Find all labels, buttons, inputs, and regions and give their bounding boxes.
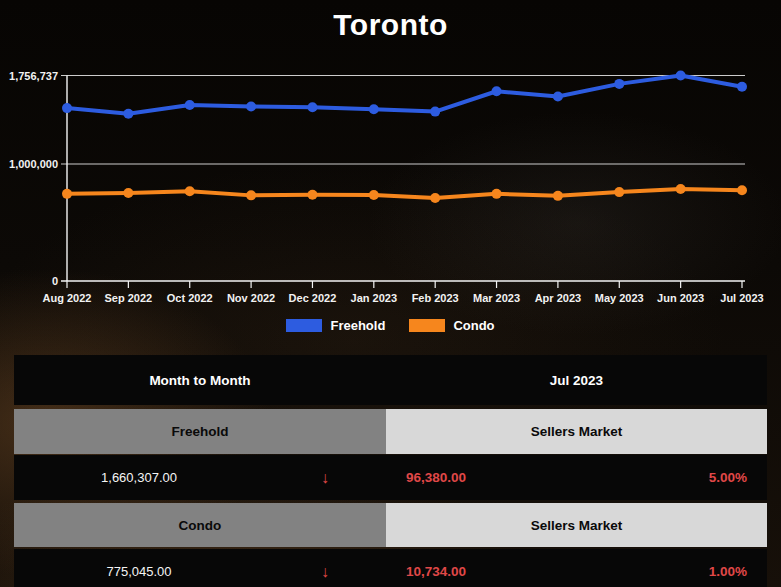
price-trend-chart: 1,756,7371,000,0000Aug 2022Sep 2022Oct 2… [0,0,781,312]
x-axis-tick-label: Dec 2022 [289,292,337,304]
condo-data-point [614,187,624,197]
freehold-change-amount: 96,380.00 [386,470,556,485]
header-current-month: Jul 2023 [386,355,767,405]
freehold-data-point [676,71,686,81]
x-axis-tick-label: Apr 2023 [535,292,581,304]
freehold-label: Freehold [14,409,386,454]
freehold-data-point [123,109,133,119]
freehold-swatch-icon [286,319,322,332]
condo-data-point [123,188,133,198]
header-month-to-month: Month to Month [14,355,386,405]
y-axis-tick-label: 1,756,737 [9,70,58,82]
condo-price: 775,045.00 [14,564,264,579]
x-axis-tick-label: Oct 2022 [167,292,213,304]
legend-label-condo: Condo [453,318,494,333]
condo-label-row: Condo Sellers Market [14,503,767,547]
condo-data-point [676,184,686,194]
x-axis-tick-label: Feb 2023 [412,292,459,304]
table-header-row: Month to Month Jul 2023 [14,355,767,405]
x-axis-tick-label: Jul 2023 [720,292,763,304]
condo-data-point [430,193,440,203]
freehold-data-point [614,79,624,89]
summary-table: Month to Month Jul 2023 Freehold Sellers… [14,355,767,587]
freehold-data-point [492,86,502,96]
condo-label: Condo [14,503,386,547]
report-page: Toronto 1,756,7371,000,0000Aug 2022Sep 2… [0,0,781,587]
condo-data-point [553,191,563,201]
freehold-data-point [553,92,563,102]
chart-legend: Freehold Condo [0,314,781,336]
freehold-change-percent: 5.00% [556,470,767,485]
x-axis-tick-label: Jan 2023 [351,292,397,304]
condo-data-point [307,190,317,200]
freehold-price: 1,660,307.00 [14,470,264,485]
x-axis-tick-label: Nov 2022 [227,292,275,304]
x-axis-tick-label: May 2023 [595,292,644,304]
freehold-data-point [737,82,747,92]
condo-data-point [737,185,747,195]
y-axis-tick-label: 1,000,000 [9,158,58,170]
freehold-down-arrow-icon: ↓ [264,470,386,486]
condo-change-amount: 10,734.00 [386,564,556,579]
condo-data-point [369,190,379,200]
legend-label-freehold: Freehold [330,318,385,333]
legend-item-freehold[interactable]: Freehold [286,318,385,333]
y-axis-tick-label: 0 [52,275,58,287]
condo-swatch-icon [409,319,445,332]
x-axis-tick-label: Mar 2023 [473,292,520,304]
condo-data-point [492,189,502,199]
freehold-values-row: 1,660,307.00 ↓ 96,380.00 5.00% [14,455,767,500]
x-axis-tick-label: Sep 2022 [105,292,153,304]
freehold-data-point [62,103,72,113]
legend-item-condo[interactable]: Condo [409,318,494,333]
condo-data-point [185,186,195,196]
condo-market-status: Sellers Market [386,503,767,547]
freehold-data-point [430,107,440,117]
freehold-line [67,76,742,114]
condo-change-percent: 1.00% [556,564,767,579]
condo-values-row: 775,045.00 ↓ 10,734.00 1.00% [14,549,767,587]
condo-data-point [246,190,256,200]
freehold-market-status: Sellers Market [386,409,767,454]
freehold-data-point [246,101,256,111]
x-axis-tick-label: Jun 2023 [657,292,704,304]
freehold-data-point [369,104,379,114]
freehold-label-row: Freehold Sellers Market [14,409,767,454]
condo-data-point [62,189,72,199]
x-axis-tick-label: Aug 2022 [43,292,92,304]
condo-down-arrow-icon: ↓ [264,564,386,580]
condo-line [67,189,742,198]
freehold-data-point [185,100,195,110]
freehold-data-point [307,102,317,112]
